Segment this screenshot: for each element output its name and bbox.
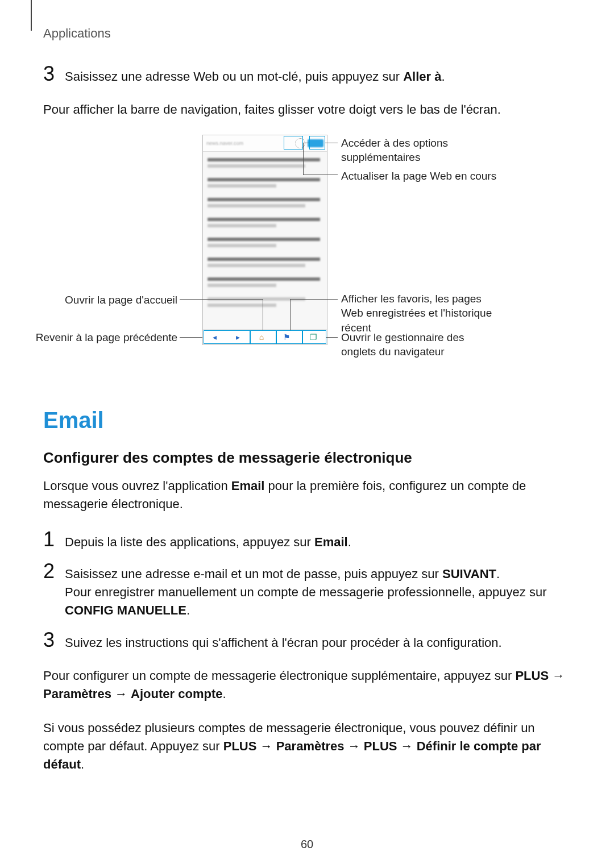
phone-content bbox=[203, 152, 327, 313]
callout-back: Revenir à la page précédente bbox=[20, 330, 177, 345]
section-title-email: Email bbox=[43, 408, 571, 433]
step-3: 3 Suivez les instructions qui s'affichen… bbox=[43, 630, 571, 652]
step-number: 3 bbox=[43, 630, 65, 650]
home-icon: ⌂ bbox=[259, 333, 264, 342]
step-text: Saisissez une adresse e-mail et un mot d… bbox=[65, 565, 571, 620]
default-account-paragraph: Si vous possédez plusieurs comptes de me… bbox=[43, 719, 571, 774]
browser-figure: news.naver.com bbox=[43, 135, 571, 373]
url-text: news.naver.com bbox=[206, 140, 293, 146]
step-number: 2 bbox=[43, 561, 65, 582]
running-header: Applications bbox=[43, 26, 571, 41]
plus-paragraph: Pour configurer un compte de messagerie … bbox=[43, 667, 571, 703]
callout-tabs: Ouvrir le gestionnaire des onglets du na… bbox=[341, 330, 500, 359]
leader-line bbox=[202, 299, 263, 300]
bookmark-icon: ⚑ bbox=[283, 333, 291, 342]
intro-paragraph: Lorsque vous ouvrez l'application Email … bbox=[43, 477, 571, 513]
callout-more: Accéder à des options supplémentaires bbox=[341, 136, 500, 165]
nav-paragraph: Pour afficher la barre de navigation, fa… bbox=[43, 101, 571, 119]
left-margin-rule bbox=[31, 0, 32, 31]
step-text: Saisissez une adresse Web ou un mot-clé,… bbox=[65, 68, 445, 86]
callout-refresh: Actualiser la page Web en cours bbox=[341, 169, 496, 184]
leader-line bbox=[326, 337, 338, 338]
step-number: 1 bbox=[43, 529, 65, 550]
step-1: 1 Depuis la liste des applications, appu… bbox=[43, 529, 571, 551]
leader-line bbox=[303, 175, 338, 175]
leader-line bbox=[263, 299, 263, 330]
page-number: 60 bbox=[0, 838, 614, 851]
tabs-icon: ❐ bbox=[310, 333, 317, 342]
more-button bbox=[308, 139, 323, 147]
phone-bottom-nav: ◂ ▸ ⌂ ⚑ ❐ bbox=[203, 329, 327, 344]
phone-url-bar: news.naver.com bbox=[203, 135, 327, 152]
step-text: Suivez les instructions qui s'affichent … bbox=[65, 634, 502, 652]
step-3-top: 3 Saisissez une adresse Web ou un mot-cl… bbox=[43, 64, 571, 86]
step-number: 3 bbox=[43, 64, 65, 84]
leader-line bbox=[180, 299, 202, 300]
manual-page: Applications 3 Saisissez une adresse Web… bbox=[0, 0, 614, 868]
step-2: 2 Saisissez une adresse e-mail et un mot… bbox=[43, 561, 571, 620]
refresh-icon bbox=[295, 138, 305, 148]
phone-screenshot: news.naver.com bbox=[202, 135, 327, 345]
subsection-title: Configurer des comptes de messagerie éle… bbox=[43, 449, 571, 467]
leader-line bbox=[303, 143, 309, 143]
callout-home: Ouvrir la page d'accueil bbox=[20, 293, 177, 308]
leader-line bbox=[290, 299, 291, 330]
callout-bookmarks: Afficher les favoris, les pages Web enre… bbox=[341, 292, 500, 335]
leader-line bbox=[180, 337, 202, 338]
leader-line bbox=[290, 299, 302, 300]
forward-icon: ▸ bbox=[236, 333, 240, 342]
back-icon: ◂ bbox=[213, 333, 217, 342]
leader-line bbox=[303, 143, 304, 175]
leader-line bbox=[325, 143, 338, 143]
step-text: Depuis la liste des applications, appuye… bbox=[65, 533, 351, 551]
leader-line bbox=[302, 299, 338, 300]
